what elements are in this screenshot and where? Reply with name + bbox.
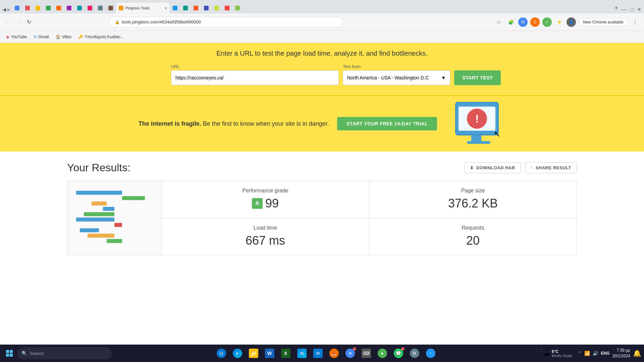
taskbar-app-settings[interactable]: ⚙ [407, 346, 422, 361]
grade-letter: A [252, 198, 263, 209]
network-icon[interactable]: 📶 [584, 351, 590, 356]
tab-item[interactable] [33, 3, 43, 13]
tab-item[interactable] [22, 3, 33, 13]
taskbar-app-word[interactable]: W [262, 346, 277, 361]
chevron-up-tray-icon[interactable]: ⌃ [578, 351, 582, 356]
taskbar-app-mail[interactable]: ✉ [311, 346, 325, 361]
banner-text-content: The internet is fragile. Be the first to… [139, 120, 329, 127]
bookmark-gmail[interactable]: ✉ Gmail [31, 33, 51, 41]
weather-info: 6°C Mostly cloudy [552, 349, 572, 358]
bookmark-star-icon[interactable]: ☆ [494, 17, 503, 27]
bookmark-youtube[interactable]: ▶ YouTube [4, 33, 30, 41]
monitor-icon: ! [455, 102, 499, 135]
tab-item[interactable] [43, 3, 53, 13]
tab-item[interactable] [95, 3, 105, 13]
weather-widget[interactable]: ! ☁ 6°C Mostly cloudy [540, 348, 575, 359]
performance-grade-card: Performance grade A 99 [162, 181, 369, 218]
volume-icon[interactable]: 🔊 [593, 351, 598, 356]
performance-grade-label: Performance grade [243, 188, 288, 194]
new-chrome-badge[interactable]: New Chrome available [579, 18, 628, 26]
tab-item[interactable] [222, 3, 232, 13]
taskbar-app-whatsapp[interactable]: 💬 [391, 346, 406, 361]
share-result-button[interactable]: ↑ SHARE RESULT [525, 162, 577, 173]
tab-item[interactable] [85, 3, 95, 13]
taskbar-app-keyboard[interactable]: ⌨ [359, 346, 374, 361]
refresh-button[interactable]: ↻ [25, 17, 33, 26]
extensions-button[interactable]: ⚡ [554, 17, 564, 27]
chrome-menu-button[interactable]: ⋮ [631, 17, 640, 27]
taskbar-app-excel[interactable]: X [278, 346, 293, 361]
weather-temperature: 6°C [552, 349, 572, 354]
start-menu-button[interactable] [3, 347, 16, 360]
download-har-button[interactable]: ⬇ DOWNLOAD HAR [464, 162, 521, 173]
language-selector[interactable]: ENG [601, 351, 610, 356]
forward-history-icon[interactable]: ▶ [7, 7, 10, 12]
taskbar-app-blue[interactable]: ↑ [423, 346, 438, 361]
orange-extension-icon[interactable]: O [530, 17, 540, 27]
page-size-value: 376.2 KB [448, 196, 498, 210]
hero-section: Enter a URL to test the page load time, … [0, 43, 644, 95]
back-history-icon[interactable]: ◀ [3, 7, 6, 12]
url-input[interactable] [171, 70, 339, 85]
location-label: Test from [343, 64, 450, 69]
tab-item[interactable] [201, 3, 211, 13]
tab-item[interactable] [106, 3, 116, 13]
taskbar-app-green[interactable]: ● [375, 346, 390, 361]
mailbox-extension-icon[interactable]: M [518, 17, 528, 27]
action-center-icon[interactable]: 🔔 [633, 349, 641, 357]
tab-item[interactable] [74, 3, 85, 13]
tab-item[interactable] [212, 3, 222, 13]
taskbar-search[interactable]: 🔍 Search [17, 347, 111, 359]
extension-puzzle-icon[interactable]: 🧩 [506, 17, 516, 27]
taskbar-app-edge[interactable]: e [230, 346, 245, 361]
trial-cta-button[interactable]: START YOUR FREE 14-DAY TRIAL [337, 117, 437, 130]
tab-item[interactable] [191, 3, 201, 13]
results-section: Your Results: ⬇ DOWNLOAD HAR ↑ SHARE RES… [0, 152, 644, 350]
chevron-down-icon: ▼ [441, 75, 446, 80]
location-select[interactable]: North America - USA - Washington D.C ▼ [343, 70, 450, 85]
taskbar-app-chrome[interactable]: ⊕ [343, 346, 358, 361]
clock-date: 20/1/2024 [612, 353, 630, 359]
bookmark-custom[interactable]: 🔑 Υπενθύμιση Κωδικο... [75, 33, 126, 41]
tab-item[interactable] [180, 3, 191, 13]
tab-item[interactable] [232, 3, 243, 13]
custom-bookmark-icon: 🔑 [78, 35, 83, 39]
user-profile-icon[interactable]: 👤 [567, 17, 576, 27]
results-chart-area [67, 181, 161, 255]
tab-close-btn[interactable]: ✕ [164, 6, 167, 10]
check-extension-icon[interactable]: ✓ [542, 17, 552, 27]
tab-controls: — □ ✕ [622, 7, 641, 13]
tab-item[interactable] [64, 3, 74, 13]
warning-circle-icon: ! [467, 109, 487, 129]
load-time-label: Load time [254, 225, 277, 231]
back-button[interactable]: ← [4, 18, 12, 26]
minimize-button[interactable]: — [622, 7, 627, 12]
location-form-group: Test from North America - USA - Washingt… [343, 64, 450, 85]
taskbar-app-firefox[interactable]: 🦊 [327, 346, 341, 361]
tab-group: Pingdom Tools ✕ [12, 3, 611, 13]
system-clock[interactable]: 7:39 μμ 20/1/2024 [612, 348, 630, 359]
new-tab-button[interactable]: + [612, 3, 621, 13]
close-window-button[interactable]: ✕ [637, 7, 641, 12]
taskbar-app-cortana[interactable]: ⊙ [214, 346, 229, 361]
grade-badge: A 99 [252, 196, 279, 210]
hero-tagline: Enter a URL to test the page load time, … [13, 50, 631, 57]
forward-button[interactable]: → [15, 18, 23, 26]
requests-card: Requests 20 [369, 218, 577, 255]
tab-item[interactable] [12, 3, 22, 13]
banner-section: The internet is fragile. Be the first to… [0, 95, 644, 152]
address-bar: ← → ↻ 🔒 tools.pingdom.com/#634a5956bd400… [0, 13, 644, 31]
taskbar-app-store[interactable]: 🛍 [294, 346, 309, 361]
start-test-button[interactable]: START TEST [454, 70, 501, 85]
taskbar-app-files[interactable]: 📁 [246, 346, 261, 361]
address-right-icons: ☆ 🧩 M O ✓ ⚡ 👤 New Chrome available ⋮ [494, 17, 640, 27]
bookmark-villas[interactable]: 🏠 Villas [53, 33, 74, 41]
tab-item[interactable] [54, 3, 64, 13]
tab-active-pingdom[interactable]: Pingdom Tools ✕ [116, 3, 170, 13]
weather-description: Mostly cloudy [552, 354, 572, 358]
maximize-button[interactable]: □ [631, 7, 633, 12]
tab-item[interactable] [170, 3, 180, 13]
banner-illustration: · · · ! ↖ [445, 102, 505, 145]
decoration-dots: · · · [445, 105, 454, 113]
address-input[interactable]: 🔒 tools.pingdom.com/#634a5956bd400000 [109, 17, 344, 27]
